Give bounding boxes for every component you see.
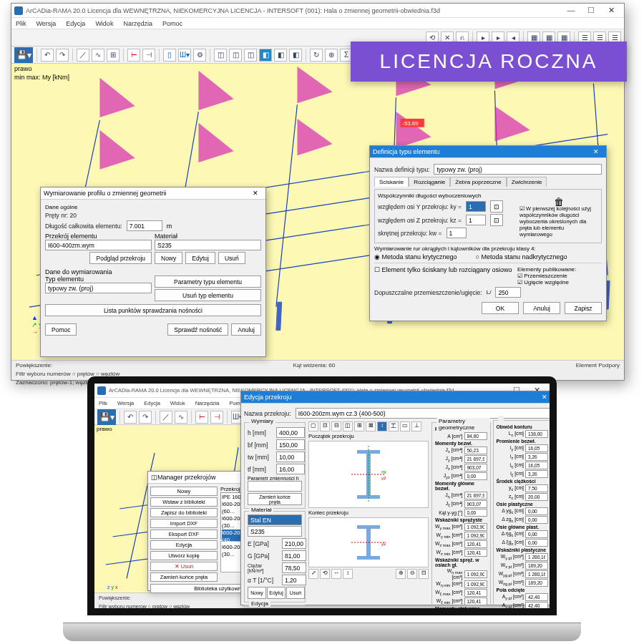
picker-icon[interactable]: ⊡ [490,214,503,226]
usun-typ-button[interactable]: Usuń typ elementu [155,289,261,301]
ok-button[interactable]: OK [482,302,519,314]
window-controls[interactable]: —☐✕ [561,6,621,15]
usun-button[interactable]: Usuń [218,252,245,264]
save-button[interactable]: 💾▾ [14,47,33,63]
menu-item[interactable]: Narzędzia [195,400,220,406]
wstaw-button[interactable]: Wstaw z biblioteki [150,497,218,507]
tool-icon[interactable]: Ш▾ [178,49,191,62]
lista-button[interactable]: Lista punktów sprawdzania nośności [45,304,261,316]
checkbox-note[interactable]: W pierwszej kolejności użyj współczynnik… [519,205,598,238]
tool-icon[interactable]: ／ [77,49,89,62]
tool-icon[interactable]: ⊖ [407,569,417,579]
section-toolbar[interactable]: ▢⊡⊟◫⊞⊠↕工▭⊥ [308,421,429,431]
tool-icon[interactable]: ／ [160,411,172,424]
select-mat2[interactable] [248,526,302,537]
tool-icon[interactable]: ⚙ [193,49,206,62]
nowy-button[interactable]: Nowy [248,587,266,599]
zamien-button[interactable]: Zamień końce pręta [248,493,302,505]
select-param[interactable] [248,481,302,492]
menu-pomoc[interactable]: Pomoc [162,20,182,27]
close-icon[interactable]: ✕ [601,6,621,15]
input-G[interactable] [282,550,306,561]
input-bf[interactable] [276,439,305,450]
edycja-button[interactable]: Edycja [150,540,218,550]
input-kw[interactable] [447,228,467,238]
menubar[interactable]: Plik Wersja Edycja Widok Narzędzia Pomoc [11,18,624,29]
tool-icon[interactable]: ↶ [41,49,54,62]
parametry-button[interactable]: Parametry typu elementu [155,275,261,288]
input-material[interactable] [155,240,261,250]
select-mat1[interactable] [248,514,302,525]
nowy-button[interactable]: Nowy [150,487,218,496]
tool-icon[interactable]: ⊡ [419,569,429,579]
tool-icon[interactable]: ∿ [92,49,104,62]
close-icon[interactable]: ✕ [537,394,550,401]
usun-button[interactable]: ✕ Usuń [150,562,218,571]
tool-icon[interactable]: ◧ [274,49,287,62]
edytuj-button[interactable]: Edytuj [267,587,286,599]
tool-icon[interactable]: ⤢ [308,569,318,579]
menu-item[interactable]: Plik [99,400,107,406]
section-toolbar-bottom[interactable]: ⤢⟲↔↕⊕⊖⊡ [308,569,429,579]
tool-icon[interactable]: ↷ [139,411,152,424]
input-h[interactable] [276,427,305,438]
menu-edycja[interactable]: Edycja [66,20,85,27]
tool-icon[interactable]: ⊣ [210,411,223,424]
tool-icon[interactable]: ↕ [343,569,353,579]
input-tw[interactable] [276,452,305,462]
eksport-button[interactable]: Eksport DXF [150,530,218,539]
tool-icon[interactable]: ⊣ [142,49,155,62]
dialog-title[interactable]: Definicja typu elementu✕ [370,146,606,158]
input-alpha[interactable] [282,575,306,585]
tool-icon[interactable]: ∿ [175,411,187,424]
zamien-button[interactable]: Zamień końce pręta [150,572,218,582]
tab-zebra[interactable]: Żebra poprzeczne [450,177,506,187]
tool-icon[interactable]: ⊞ [107,49,119,62]
checkbox-osiowo[interactable]: Element tylko ściskany lub rozciągany os… [374,266,512,273]
tool-icon[interactable]: ⊟ [331,421,341,431]
tool-icon[interactable]: ⊕ [325,49,338,62]
radio-nadkryt[interactable]: Metoda stanu nadkrytycznego [476,253,567,260]
tool-icon[interactable]: ◫ [229,49,242,62]
tool-icon[interactable]: ▭ [400,421,410,431]
status-filter[interactable]: Filtr wyboru numerów ○ prętów ○ węzłów [99,602,190,608]
checkbox-przemieszczenie[interactable]: Przemieszczenie [517,273,602,279]
tab-rozciaganie[interactable]: Rozciąganie [409,177,450,187]
minimize-icon[interactable]: — [561,6,581,14]
tool-icon[interactable]: 工 [389,421,399,431]
menu-widok[interactable]: Widok [95,20,113,27]
tool-icon[interactable]: ⊠ [366,421,376,431]
picker-icon[interactable]: ⊡ [490,200,503,213]
edytuj-button[interactable]: Edytuj [185,252,215,264]
input-nazwa[interactable] [296,408,550,419]
tool-icon[interactable]: ▯ [163,49,176,62]
tool-icon[interactable]: ↕ [377,421,387,431]
input-ciezar[interactable] [282,562,306,573]
tool-icon[interactable]: ↔ [331,569,341,579]
maximize-icon[interactable]: ☐ [581,6,601,15]
tool-icon[interactable]: ⊡ [320,421,330,431]
tab-zwichrzenie[interactable]: Zwichrzenie [507,177,547,187]
menu-item[interactable]: Widok [170,400,185,406]
podglad-button[interactable]: Podgląd przekroju [89,252,152,264]
tab-sciskanie[interactable]: Ściskanie [374,177,409,187]
tool-icon[interactable]: ⊢ [127,49,140,62]
dialog-title[interactable]: Wymiarowanie profilu o zmiennej geometri… [41,187,265,200]
trash-icon[interactable]: 🗑 [519,199,598,205]
tool-icon[interactable]: ◫ [244,49,257,62]
sprawdz-button[interactable]: Sprawdź nośność [167,323,228,336]
tool-icon[interactable]: ⊕ [396,569,406,579]
menu-narzedzia[interactable]: Narzędzia [123,20,152,27]
usun-button[interactable]: Usuń [286,587,305,599]
input-tf[interactable] [276,464,305,474]
dialog-title[interactable]: Edycja przekroju✕ [241,391,550,404]
menu-item[interactable]: Edycja [144,400,160,406]
checkbox-ugiecie[interactable]: Ugięcie względne [517,279,602,286]
save-button[interactable]: 💾▾ [97,409,116,425]
tool-icon[interactable]: ⟲ [320,569,330,579]
menu-item[interactable]: Wersja [117,400,134,406]
tool-icon[interactable]: ⊥ [411,421,421,431]
close-icon[interactable]: ✕ [589,148,603,155]
nowy-button[interactable]: Nowy [155,252,182,264]
tool-icon[interactable]: ↷ [56,49,69,62]
